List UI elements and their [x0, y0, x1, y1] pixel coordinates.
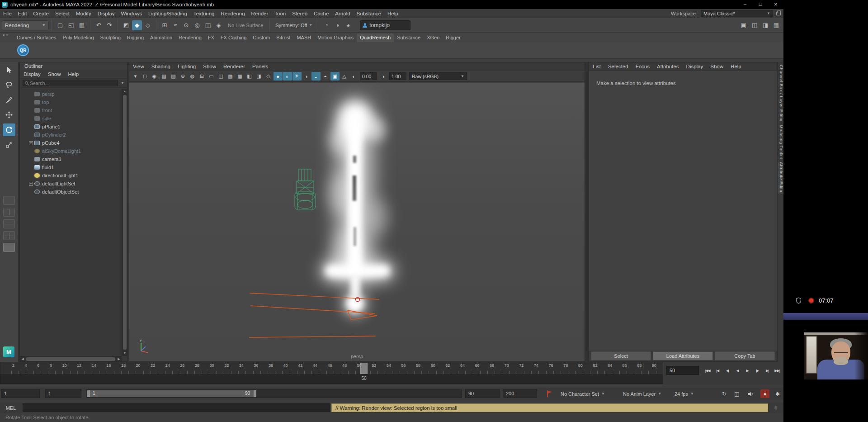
outliner-item[interactable]: + fluid1	[20, 163, 122, 171]
image-plane-icon[interactable]: ▧	[169, 72, 178, 81]
outliner-item[interactable]: + directionalLight1	[20, 171, 122, 180]
select-object-icon[interactable]: ◆	[132, 20, 142, 30]
outliner-item[interactable]: + defaultLightSet	[20, 180, 122, 188]
user-search-field[interactable]: tompkijo	[360, 20, 410, 30]
playback-start-field[interactable]: 1	[45, 389, 81, 398]
script-editor-icon[interactable]: ≡	[771, 403, 781, 412]
grid-icon[interactable]: ⊞	[198, 72, 207, 81]
step-back-key-button[interactable]: ◀|	[722, 365, 732, 375]
colorspace-select[interactable]: Raw (sRGB) ▼	[409, 72, 467, 80]
outliner-item[interactable]: + aiSkyDomeLight1	[20, 147, 122, 155]
menu-item[interactable]: Texturing	[190, 10, 218, 17]
make-live-icon[interactable]: ◈	[214, 20, 224, 30]
attribute-editor-menu-item[interactable]: Display	[683, 63, 707, 70]
shelf-tab[interactable]: QuadRemesh	[357, 33, 394, 42]
toolbox-toggle-icon[interactable]: ◫	[750, 20, 760, 30]
shelf-tab[interactable]: Motion Graphics	[314, 33, 357, 42]
menu-item[interactable]: Substance	[354, 10, 384, 17]
menu-set-select[interactable]: Rendering ▼	[2, 20, 49, 30]
current-time-marker[interactable]	[360, 363, 368, 374]
playback-loop-icon[interactable]: ↻	[720, 389, 729, 398]
viewport-canvas[interactable]: Y persp	[129, 83, 585, 361]
fps-select[interactable]: 24 fps▼	[675, 389, 694, 398]
time-slider[interactable]: 2468101214161820222426283032343638404244…	[0, 362, 663, 375]
bookmark-flag-icon[interactable]	[546, 390, 552, 398]
lock-camera-icon[interactable]: ◻	[141, 72, 150, 81]
gate-mask-icon[interactable]: ▩	[226, 72, 235, 81]
wireframe-icon[interactable]: ◇	[264, 72, 273, 81]
paint-select-tool-button[interactable]	[3, 94, 15, 106]
viewport-menu-item[interactable]: Shading	[148, 63, 174, 70]
step-forward-frame-button[interactable]: ▶|	[762, 365, 772, 375]
viewport-menu-item[interactable]: Show	[199, 63, 220, 70]
scale-tool-button[interactable]	[3, 138, 15, 151]
menu-item[interactable]: Select	[52, 10, 73, 17]
select-tool-button[interactable]	[3, 64, 15, 76]
render-frame-icon[interactable]: ◔	[321, 20, 331, 30]
camera-attributes-icon[interactable]: ◉	[150, 72, 159, 81]
shelf-tab[interactable]: Rendering	[175, 33, 205, 42]
snap-grid-icon[interactable]: ⊞	[160, 20, 170, 30]
outliner-item[interactable]: + persp	[20, 90, 122, 98]
playback-range-bar[interactable]: 1 90	[87, 390, 256, 397]
multisample-icon[interactable]: ▣	[330, 72, 340, 81]
safe-action-icon[interactable]: ◧	[245, 72, 254, 81]
snap-plane-icon[interactable]: ◫	[203, 20, 213, 30]
field-chart-icon[interactable]: ▦	[236, 72, 245, 81]
outliner-vertical-scrollbar[interactable]: ▲ ▼	[122, 89, 127, 356]
auto-keyframe-icon[interactable]: ●	[760, 389, 769, 398]
viewport-menu-item[interactable]: Panels	[249, 63, 272, 70]
outliner-item[interactable]: + camera1	[20, 155, 122, 163]
scroll-up-icon[interactable]: ▲	[122, 89, 127, 94]
shelf-tab[interactable]: FX Caching	[217, 33, 250, 42]
shelf-tab[interactable]: MASH	[293, 33, 314, 42]
shelf-tab[interactable]: Poly Modeling	[59, 33, 97, 42]
attribute-editor-menu-item[interactable]: Attributes	[653, 63, 683, 70]
layout-single-pane-button[interactable]	[3, 196, 15, 205]
shelf-tab[interactable]: Rigging	[124, 33, 147, 42]
expand-icon[interactable]: +	[29, 182, 33, 186]
shelf-tab[interactable]: Sculpting	[97, 33, 124, 42]
menu-item[interactable]: Lighting/Shading	[145, 10, 190, 17]
outliner-menu-item[interactable]: Display	[20, 71, 44, 78]
outliner-menu-item[interactable]: Show	[44, 71, 65, 78]
safe-title-icon[interactable]: ◨	[255, 72, 264, 81]
layout-stacked-pane-button[interactable]	[3, 219, 15, 228]
outliner-item[interactable]: + pPlane1	[20, 123, 122, 131]
mel-language-button[interactable]: MEL	[0, 403, 22, 413]
motion-blur-icon[interactable]: ◓	[321, 72, 330, 81]
menu-item[interactable]: Stereo	[289, 10, 311, 17]
xray-icon[interactable]: △	[340, 72, 349, 81]
menu-item[interactable]: Display	[94, 10, 118, 17]
attribute-editor-menu-item[interactable]: Focus	[632, 63, 653, 70]
scroll-down-icon[interactable]: ▼	[122, 351, 127, 356]
menu-item[interactable]: Arnold	[332, 10, 353, 17]
go-to-end-button[interactable]: ▶▶|	[772, 365, 782, 375]
current-frame-field[interactable]: 50	[666, 366, 699, 375]
undo-icon[interactable]: ↶	[94, 20, 104, 30]
menu-item[interactable]: Create	[30, 10, 52, 17]
screen-ao-icon[interactable]: ◒	[311, 72, 321, 81]
outliner-horizontal-scrollbar[interactable]: ◀ ▶	[20, 356, 122, 361]
search-input[interactable]: Search...	[23, 80, 118, 86]
animation-preferences-icon[interactable]: ✱	[773, 389, 782, 398]
lock-icon[interactable]	[776, 12, 781, 15]
range-end-handle[interactable]	[254, 390, 256, 397]
animation-end-field[interactable]: 200	[503, 389, 537, 398]
attribute-editor-menu-item[interactable]: List	[589, 63, 604, 70]
shelf-tab[interactable]: Substance	[394, 33, 424, 42]
2d-pan-zoom-icon[interactable]: ⊕	[179, 72, 188, 81]
step-forward-key-button[interactable]: |▶	[752, 365, 762, 375]
use-all-lights-icon[interactable]: ☀	[292, 72, 302, 81]
attribute-editor-menu-item[interactable]: Show	[707, 63, 727, 70]
textured-icon[interactable]: ◐	[283, 72, 292, 81]
step-back-frame-button[interactable]: |◀	[712, 365, 722, 375]
shelf-tab[interactable]: Rigger	[443, 33, 463, 42]
attribute-editor-menu-item[interactable]: Help	[727, 63, 745, 70]
shelf-tab[interactable]: Curves / Surfaces	[14, 33, 59, 42]
snap-center-icon[interactable]: ◎	[192, 20, 202, 30]
select-button[interactable]: Select	[591, 351, 651, 360]
exposure-icon[interactable]: ◐	[349, 72, 359, 81]
character-set-select[interactable]: No Character Set▼	[561, 389, 605, 398]
menu-item[interactable]: Toon	[271, 10, 289, 17]
